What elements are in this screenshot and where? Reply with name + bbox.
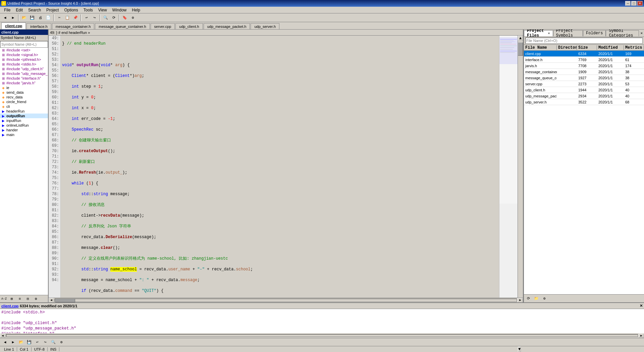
open-button[interactable]: 📂 <box>20 14 28 21</box>
symbol-func-headerrun[interactable]: ▶ headerRun <box>0 109 48 114</box>
back-button[interactable]: ◀ <box>1 14 9 21</box>
bt-back[interactable]: ◀ <box>1 339 9 346</box>
tab-udp-server-h[interactable]: udp_server.h <box>251 23 279 29</box>
file-row-udp-message-packet-h[interactable]: udp_message_packet.h 2934 2020/1/1 40 <box>524 93 644 99</box>
minimize-button[interactable]: ─ <box>625 1 631 6</box>
search-button[interactable]: 🔍 <box>102 14 109 21</box>
bt-undo[interactable]: ↩ <box>34 339 41 346</box>
tab-message-container-h[interactable]: message_container.h <box>52 23 95 29</box>
compile-button[interactable]: ⚙ <box>129 14 137 21</box>
bottom-code-content[interactable]: #include <stdio.h> #include "udp_client.… <box>0 309 644 333</box>
redo-button[interactable]: ↪ <box>91 14 98 21</box>
menu-view[interactable]: View <box>96 7 110 13</box>
rpanel-tab-project-symbols[interactable]: Project Symbols <box>553 30 583 36</box>
undo-button[interactable]: ↩ <box>83 14 90 21</box>
bt-settings[interactable]: ⚙ <box>58 339 65 346</box>
horizontal-scrollbar[interactable]: ◀ ▶ <box>49 298 523 302</box>
replace-button[interactable]: ⟳ <box>110 14 117 21</box>
file-row-server-cpp[interactable]: server.cpp 2273 2020/1/1 53 <box>524 81 644 87</box>
file-row-jarvis-h[interactable]: jarvis.h 7708 2020/1/1 174 <box>524 63 644 69</box>
symbol-include-stdio[interactable]: ⊞ #include <stdio.h> <box>0 62 48 67</box>
code-editor[interactable]: } // end headerRun void* outputRun(void*… <box>61 36 499 298</box>
menu-search[interactable]: Search <box>25 7 44 13</box>
symbol-include-signal[interactable]: ⊞ #include <signal.h> <box>0 52 48 57</box>
file-search-input[interactable] <box>525 38 643 44</box>
print-button[interactable]: 🖨 <box>37 14 44 21</box>
lp-az-button[interactable]: A-Z <box>1 296 7 302</box>
rpanel-tab-folders[interactable]: Folders <box>583 30 606 36</box>
rp-refresh-button[interactable]: ⟳ <box>525 295 532 302</box>
symbol-func-hander[interactable]: ▶ hander <box>0 128 48 132</box>
forward-button[interactable]: ▶ <box>9 14 17 21</box>
rp-settings-button[interactable]: ⚙ <box>541 295 548 302</box>
scroll-thumb-h[interactable] <box>55 299 75 302</box>
tab-server-cpp[interactable]: server.cpp <box>151 23 175 29</box>
symbol-global-circle-friend[interactable]: ◈ circle_friend <box>0 99 48 104</box>
cut-button[interactable]: ✂ <box>56 14 63 21</box>
symbol-global-ie[interactable]: ◈ ie <box>0 85 48 90</box>
menu-options[interactable]: Options <box>61 7 80 13</box>
lp-filter-button[interactable]: ⊟ <box>24 296 32 302</box>
bt-redo[interactable]: ↪ <box>42 339 49 346</box>
symbol-func-inputrun[interactable]: ▶ inputRun <box>0 118 48 123</box>
symbol-func-main[interactable]: ▶ main <box>0 132 48 137</box>
bookmark-button[interactable]: 🔖 <box>121 14 128 21</box>
menu-edit[interactable]: Edit <box>13 7 25 13</box>
close-button[interactable]: ✕ <box>637 1 643 6</box>
symbol-include-pthread[interactable]: ⊞ #include <pthread.h> <box>0 57 48 62</box>
bottom-panel-close[interactable]: ✕ <box>640 304 643 308</box>
symbol-global-cli[interactable]: ◈ cli <box>0 104 48 109</box>
right-panel-close-button[interactable]: ✕ <box>639 30 644 36</box>
tab-message-queue-container-h[interactable]: message_queue_container.h <box>95 23 150 29</box>
scroll-left-button[interactable]: ◀ <box>49 298 54 303</box>
bt-search[interactable]: 🔍 <box>50 339 57 346</box>
bottom-scroll-right[interactable]: ▶ <box>639 334 644 338</box>
file-row-client-cpp[interactable]: client.cpp 6334 2020/1/1 169 <box>524 51 644 57</box>
file-row-message-queue-container-h[interactable]: message_queue_container.h 1927 2020/1/1 … <box>524 75 644 81</box>
vertical-scrollbar[interactable]: ▲ ▼ <box>518 36 523 298</box>
tab-client-cpp[interactable]: client.cpp <box>1 23 26 29</box>
menu-file[interactable]: File <box>1 7 13 13</box>
bottom-scroll-left[interactable]: ◀ <box>0 334 5 338</box>
new-button[interactable]: 📄 <box>45 14 52 21</box>
file-row-udp-server-h[interactable]: udp_server.h 3522 2020/1/1 68 <box>524 99 644 105</box>
menu-tools[interactable]: Tools <box>81 7 96 13</box>
symbol-global-recv-data[interactable]: ◈ recv_data <box>0 95 48 99</box>
paste-button[interactable]: 📌 <box>72 14 79 21</box>
scroll-right-button[interactable]: ▶ <box>518 298 523 303</box>
menu-project[interactable]: Project <box>44 7 61 13</box>
symbol-include-udp-message[interactable]: ⊞ #include "udp_message_p <box>0 71 48 76</box>
col-filename[interactable]: File Name <box>524 45 557 50</box>
rp-folder-button[interactable]: 📁 <box>533 295 540 302</box>
tab-udp-client-h[interactable]: udp_client.h <box>175 23 203 29</box>
rpanel-tab-symbol-categories[interactable]: Symbol Categories <box>606 30 639 36</box>
col-modified[interactable]: Modified <box>597 45 624 50</box>
lp-settings-button[interactable]: ⚙ <box>32 296 40 302</box>
tab-udp-message-packet-h[interactable]: udp_message_packet.h <box>204 23 250 29</box>
symbol-global-send-data[interactable]: ◈ send_data <box>0 90 48 95</box>
bt-open[interactable]: 📂 <box>17 339 25 346</box>
file-row-udp-client-h[interactable]: udp_client.h 1944 2020/1/1 40 <box>524 87 644 93</box>
col-director[interactable]: Director <box>557 45 577 50</box>
bottom-horizontal-scrollbar[interactable]: ◀ ▶ <box>0 333 644 338</box>
col-size[interactable]: Size <box>577 45 597 50</box>
copy-button[interactable]: 📋 <box>64 14 71 21</box>
file-row-interface-h[interactable]: interface.h 7769 2020/1/1 61 <box>524 57 644 63</box>
symbol-include-udp-client[interactable]: ⊞ #include "udp_client.h" <box>0 67 48 71</box>
menu-window[interactable]: Window <box>110 7 129 13</box>
scroll-thumb[interactable] <box>518 42 523 56</box>
lp-grid-button[interactable]: ⊞ <box>8 296 15 302</box>
save-button[interactable]: 💾 <box>29 14 36 21</box>
lp-list-button[interactable]: ≡ <box>16 296 23 302</box>
symbol-search-input[interactable] <box>0 41 48 48</box>
symbol-func-onlinelistrun[interactable]: ▶ onlineListRun <box>0 123 48 128</box>
rpanel-tab-project-files[interactable]: Project Files ✕ <box>524 30 553 36</box>
symbol-include-set[interactable]: ⊞ #include <set> <box>0 48 48 52</box>
symbol-include-interface[interactable]: ⊞ #include "interface.h" <box>0 76 48 81</box>
col-metrics[interactable]: Metrics <box>624 45 644 50</box>
rpanel-tab-close[interactable]: ✕ <box>548 31 550 35</box>
symbol-func-outputrun[interactable]: ▶ outputRun <box>0 114 48 118</box>
file-row-message-container-h[interactable]: message_container.h 1909 2020/1/1 38 <box>524 69 644 75</box>
symbol-include-jarvis[interactable]: ⊞ #include "jarvis.h" <box>0 81 48 85</box>
bt-forward[interactable]: ▶ <box>9 339 17 346</box>
